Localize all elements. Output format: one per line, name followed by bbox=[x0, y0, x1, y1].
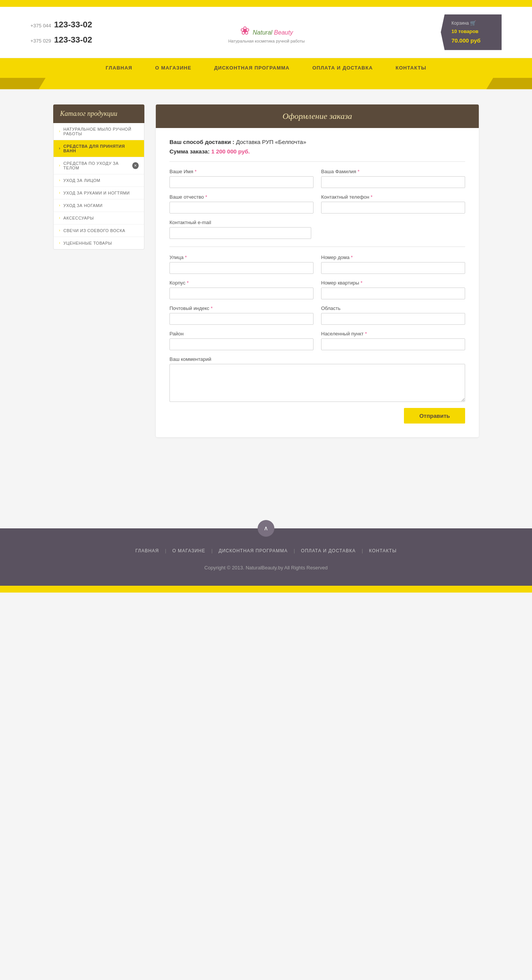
phone1-code: +375 044 bbox=[30, 23, 51, 29]
phone2-number: 123-33-02 bbox=[54, 35, 92, 45]
apartment-group: Номер квартиры * bbox=[321, 280, 465, 299]
postal-label: Почтовый индекс * bbox=[169, 305, 314, 311]
postal-group: Почтовый индекс * bbox=[169, 305, 314, 325]
patronymic-input[interactable] bbox=[169, 202, 314, 213]
logo-beauty: Beauty bbox=[274, 29, 293, 36]
building-label: Корпус * bbox=[169, 280, 314, 286]
comment-row: Ваш комментарий bbox=[169, 356, 465, 402]
sidebar-item-label: УХОД ЗА РУКАМИ И НОГТЯМИ bbox=[64, 191, 130, 195]
cart-title-row: Корзина 🛒 bbox=[451, 19, 494, 27]
logo-subtitle: Натуральная косметика ручной работы bbox=[228, 39, 305, 43]
submit-row: Отправить bbox=[169, 408, 465, 423]
sidebar-item-label: АКСЕССУАРЫ bbox=[64, 216, 94, 220]
building-group: Корпус * bbox=[169, 280, 314, 299]
comment-textarea[interactable] bbox=[169, 364, 465, 402]
nav-item-contacts[interactable]: КОНТАКТЫ bbox=[384, 58, 438, 78]
sidebar-item-label: НАТУРАЛЬНОЕ МЫЛО РУЧНОЙ РАБОТЫ bbox=[64, 127, 139, 136]
sidebar-item-label: СВЕЧИ ИЗ СОЕВОГО ВОСКА bbox=[64, 228, 126, 233]
footer-nav-home[interactable]: ГЛАВНАЯ bbox=[129, 548, 165, 554]
sidebar-item-accessories[interactable]: › АКСЕССУАРЫ bbox=[54, 212, 144, 224]
first-name-input[interactable] bbox=[169, 176, 314, 188]
sidebar-item-face[interactable]: › УХОД ЗА ЛИЦОМ bbox=[54, 174, 144, 187]
arrow-icon: › bbox=[59, 203, 61, 207]
arrow-icon: › bbox=[59, 241, 61, 245]
phone-label: Контактный телефон * bbox=[321, 194, 465, 200]
cart-widget[interactable]: Корзина 🛒 10 товаров 70.000 руб bbox=[441, 14, 502, 50]
city-group: Населенный пункт * bbox=[321, 331, 465, 350]
order-sum-row: Сумма заказа: 1 200 000 руб. bbox=[169, 148, 465, 154]
arrow-icon: › bbox=[59, 163, 61, 167]
cart-icon: 🛒 bbox=[470, 20, 476, 26]
arrow-icon: › bbox=[59, 228, 61, 232]
apartment-label: Номер квартиры * bbox=[321, 280, 465, 286]
name-row: Ваше Имя * Ваша Фамилия * bbox=[169, 169, 465, 188]
first-name-label: Ваше Имя * bbox=[169, 169, 314, 174]
logo-text: ❀ Natural Beauty bbox=[228, 21, 305, 38]
patronymic-group: Ваше отчество * bbox=[169, 194, 314, 213]
footer-nav-discount[interactable]: ДИСКОНТНАЯ ПРОГРАММА bbox=[212, 548, 294, 554]
phone2-code: +375 029 bbox=[30, 38, 51, 44]
sidebar-item-soap[interactable]: › НАТУРАЛЬНОЕ МЫЛО РУЧНОЙ РАБОТЫ bbox=[54, 123, 144, 140]
region-input[interactable] bbox=[321, 313, 465, 325]
last-name-input[interactable] bbox=[321, 176, 465, 188]
main-nav: ГЛАВНАЯ О МАГАЗИНЕ ДИСКОНТНАЯ ПРОГРАММА … bbox=[0, 58, 532, 78]
district-input[interactable] bbox=[169, 339, 314, 350]
submit-button[interactable]: Отправить bbox=[404, 408, 465, 423]
nav-item-discount[interactable]: ДИСКОНТНАЯ ПРОГРАММА bbox=[203, 58, 301, 78]
street-house-row: Улица * Номер дома * bbox=[169, 255, 465, 274]
sidebar-item-label: УЦЕНЕННЫЕ ТОВАРЫ bbox=[64, 241, 112, 245]
scroll-top-button[interactable]: ∧ bbox=[258, 520, 274, 537]
first-name-group: Ваше Имя * bbox=[169, 169, 314, 188]
email-input[interactable] bbox=[169, 227, 311, 239]
sidebar-item-hands[interactable]: › УХОД ЗА РУКАМИ И НОГТЯМИ bbox=[54, 187, 144, 199]
sidebar-item-body[interactable]: › СРЕДСТВА ПО УХОДУ ЗА ТЕЛОМ × bbox=[54, 157, 144, 174]
phone-input[interactable] bbox=[321, 202, 465, 213]
logo[interactable]: ❀ Natural Beauty Натуральная косметика р… bbox=[228, 21, 305, 43]
street-input[interactable] bbox=[169, 262, 314, 274]
city-input[interactable] bbox=[321, 339, 465, 350]
expand-icon: × bbox=[132, 162, 139, 169]
header: +375 044 123-33-02 +375 029 123-33-02 ❀ … bbox=[0, 7, 532, 58]
sidebar-item-label: УХОД ЗА ЛИЦОМ bbox=[64, 178, 100, 183]
postal-region-row: Почтовый индекс * Область bbox=[169, 305, 465, 325]
phone-2: +375 029 123-33-02 bbox=[30, 32, 92, 48]
page-spacer bbox=[0, 452, 532, 528]
house-input[interactable] bbox=[321, 262, 465, 274]
footer-nav: ГЛАВНАЯ | О МАГАЗИНЕ | ДИСКОНТНАЯ ПРОГРА… bbox=[0, 537, 532, 561]
nav-item-delivery[interactable]: ОПЛАТА И ДОСТАВКА bbox=[301, 58, 384, 78]
patronymic-label: Ваше отчество * bbox=[169, 194, 314, 200]
scroll-top-area: ∧ bbox=[0, 528, 532, 537]
order-form: Ваше Имя * Ваша Фамилия * Ваше bbox=[169, 169, 465, 423]
nav-item-home[interactable]: ГЛАВНАЯ bbox=[94, 58, 143, 78]
district-city-row: Район Населенный пункт * bbox=[169, 331, 465, 350]
sidebar-item-sale[interactable]: › УЦЕНЕННЫЕ ТОВАРЫ bbox=[54, 237, 144, 249]
order-panel-title: Оформление заказа bbox=[156, 105, 479, 128]
footer-nav-contacts[interactable]: КОНТАКТЫ bbox=[363, 548, 403, 554]
street-group: Улица * bbox=[169, 255, 314, 274]
building-apt-row: Корпус * Номер квартиры * bbox=[169, 280, 465, 299]
footer-nav-delivery[interactable]: ОПЛАТА И ДОСТАВКА bbox=[295, 548, 362, 554]
patronymic-phone-row: Ваше отчество * Контактный телефон * bbox=[169, 194, 465, 213]
phone-block: +375 044 123-33-02 +375 029 123-33-02 bbox=[30, 17, 92, 47]
nav-item-about[interactable]: О МАГАЗИНЕ bbox=[143, 58, 202, 78]
nav-wrapper: ГЛАВНАЯ О МАГАЗИНЕ ДИСКОНТНАЯ ПРОГРАММА … bbox=[0, 58, 532, 89]
nav-ribbon bbox=[0, 78, 532, 89]
comment-label: Ваш комментарий bbox=[169, 356, 465, 362]
sidebar-item-bath[interactable]: › СРЕДСТВА ДЛЯ ПРИНЯТИЯ ВАНН bbox=[54, 140, 144, 157]
chevron-up-icon: ∧ bbox=[264, 525, 268, 532]
apartment-input[interactable] bbox=[321, 288, 465, 299]
building-input[interactable] bbox=[169, 288, 314, 299]
delivery-label: Ваш способ доставки : bbox=[169, 138, 234, 145]
postal-input[interactable] bbox=[169, 313, 314, 325]
house-group: Номер дома * bbox=[321, 255, 465, 274]
street-label: Улица * bbox=[169, 255, 314, 260]
footer: ∧ ГЛАВНАЯ | О МАГАЗИНЕ | ДИСКОНТНАЯ ПРОГ… bbox=[0, 528, 532, 586]
last-name-group: Ваша Фамилия * bbox=[321, 169, 465, 188]
delivery-value: Доставка РУП «Белпочта» bbox=[236, 138, 306, 145]
order-form-body: Ваш способ доставки : Доставка РУП «Белп… bbox=[156, 128, 479, 437]
footer-nav-about[interactable]: О МАГАЗИНЕ bbox=[166, 548, 211, 554]
sidebar-item-feet[interactable]: › УХОД ЗА НОГАМИ bbox=[54, 199, 144, 212]
sidebar-item-candles[interactable]: › СВЕЧИ ИЗ СОЕВОГО ВОСКА bbox=[54, 224, 144, 237]
house-label: Номер дома * bbox=[321, 255, 465, 260]
email-group: Контактный e-mail bbox=[169, 220, 465, 239]
